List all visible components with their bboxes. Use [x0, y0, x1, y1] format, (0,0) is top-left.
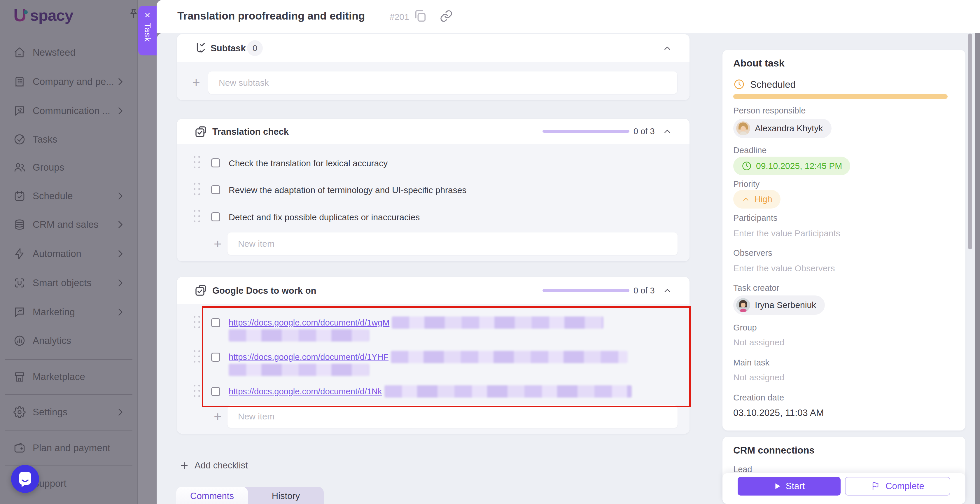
- gear-icon: [13, 406, 25, 418]
- subtask-icon: [194, 42, 207, 55]
- checklist-progress-label: 0 of 3: [633, 127, 655, 136]
- chat-smile-icon: [18, 471, 33, 487]
- deadline-chip[interactable]: 09.10.2025, 12:45 PM: [733, 157, 850, 175]
- sidebar-item-company[interactable]: Company and pe...: [0, 68, 137, 96]
- chevron-up-icon: [741, 195, 750, 204]
- sidebar-item-smart-objects[interactable]: Smart objects: [0, 269, 137, 297]
- drag-handle[interactable]: [194, 183, 201, 197]
- sidebar-item-analytics[interactable]: Analytics: [0, 327, 137, 355]
- checklist-item-label: Check the translation for lexical accura…: [229, 158, 388, 168]
- support-chat-button[interactable]: [11, 465, 39, 493]
- sidebar-item-communication[interactable]: Communication ...: [0, 97, 137, 125]
- checkbox[interactable]: [211, 185, 220, 194]
- logo-text: spacy: [30, 6, 73, 24]
- flag-icon: [871, 481, 881, 491]
- avatar: [736, 298, 750, 312]
- status-label[interactable]: Scheduled: [750, 79, 795, 90]
- sidebar-item-groups[interactable]: Groups: [0, 153, 137, 181]
- uspacy-logo[interactable]: U spacy: [13, 5, 73, 25]
- task-tab-label: Task: [143, 23, 153, 42]
- task-number: #201: [390, 12, 409, 22]
- group-label: Group: [733, 323, 757, 332]
- person-responsible-chip[interactable]: Alexandra Khytyk: [733, 119, 832, 138]
- checkbox[interactable]: [211, 158, 220, 167]
- task-tab[interactable]: × Task: [138, 6, 157, 56]
- chevron-right-icon: [115, 218, 127, 231]
- main-task-value[interactable]: Not assigned: [733, 372, 784, 382]
- status-progress-bar: [733, 94, 948, 99]
- start-button[interactable]: Start: [738, 477, 841, 496]
- drag-handle[interactable]: [194, 385, 201, 399]
- checklist-icon: [194, 124, 208, 138]
- complete-button[interactable]: Complete: [845, 477, 950, 496]
- drag-handle[interactable]: [194, 350, 201, 364]
- subtask-title: Subtask: [211, 43, 246, 54]
- task-action-footer: Start Complete: [722, 473, 966, 504]
- sidebar-item-marketing[interactable]: Marketing: [0, 298, 137, 326]
- play-icon: [773, 482, 781, 491]
- people-icon: [13, 161, 25, 173]
- sidebar-item-crm[interactable]: CRM and sales: [0, 211, 137, 238]
- chat-phone-icon: [13, 105, 25, 117]
- window-scrollbar[interactable]: [975, 33, 980, 504]
- chevron-right-icon: [115, 306, 127, 318]
- sidebar-item-settings[interactable]: Settings: [0, 398, 137, 426]
- checklist-title: Google Docs to work on: [212, 286, 317, 296]
- tab-comments[interactable]: Comments: [176, 487, 248, 504]
- logo-dot: [24, 10, 28, 14]
- observers-input[interactable]: Enter the value Observers: [733, 263, 835, 273]
- sidebar-divider: [5, 359, 132, 360]
- check-circle-icon: [13, 133, 25, 146]
- marketing-icon: [13, 306, 25, 318]
- main-task-label: Main task: [733, 358, 769, 367]
- participants-label: Participants: [733, 213, 778, 223]
- sidebar-item-plan-payment[interactable]: Plan and payment: [0, 434, 137, 462]
- page-title: Translation proofreading and editing: [177, 10, 365, 22]
- analytics-icon: [13, 334, 25, 347]
- chevron-right-icon: [115, 406, 127, 418]
- link-icon[interactable]: [439, 10, 453, 23]
- sidebar-item-tasks[interactable]: Tasks: [0, 126, 137, 153]
- subtask-card-body: + New subtask: [177, 62, 689, 100]
- drag-handle[interactable]: [194, 156, 201, 170]
- comments-history-tabbar: Comments History: [176, 487, 324, 504]
- checklist-item-label: Review the adaptation of terminology and…: [229, 185, 466, 195]
- red-highlight-box: [202, 306, 690, 407]
- new-item-input[interactable]: New item: [228, 405, 678, 428]
- drag-handle[interactable]: [194, 316, 201, 330]
- priority-chip[interactable]: High: [733, 190, 781, 208]
- participants-input[interactable]: Enter the value Participants: [733, 228, 840, 238]
- observers-label: Observers: [733, 248, 772, 258]
- chevron-up-icon[interactable]: [662, 43, 672, 53]
- copy-icon[interactable]: [413, 8, 428, 23]
- chevron-right-icon: [115, 248, 127, 260]
- add-checklist-button[interactable]: Add checklist: [180, 460, 248, 471]
- sidebar-item-automation[interactable]: Automation: [0, 240, 137, 268]
- sidebar-item-marketplace[interactable]: Marketplace: [0, 363, 137, 391]
- new-item-input[interactable]: New item: [228, 232, 678, 255]
- avatar: [736, 121, 750, 135]
- calendar-icon: [13, 190, 25, 202]
- sidebar-item-newsfeed[interactable]: Newsfeed: [0, 38, 137, 67]
- new-subtask-input[interactable]: New subtask: [208, 72, 677, 94]
- sidebar-divider: [5, 394, 132, 395]
- clock-icon: [741, 161, 752, 171]
- checklist-progress-bar: [542, 289, 629, 292]
- drag-handle[interactable]: [194, 210, 201, 224]
- chevron-right-icon: [115, 105, 127, 117]
- checkbox[interactable]: [211, 212, 220, 221]
- subtask-count-badge: 0: [247, 40, 263, 56]
- chevron-right-icon: [115, 76, 127, 88]
- chevron-up-icon[interactable]: [662, 286, 672, 296]
- panel-scrollbar-thumb[interactable]: [968, 33, 972, 250]
- deadline-label: Deadline: [733, 146, 767, 155]
- chevron-up-icon[interactable]: [662, 127, 672, 137]
- tab-history[interactable]: History: [248, 487, 324, 504]
- group-value[interactable]: Not assigned: [733, 337, 784, 347]
- task-creator-chip[interactable]: Iryna Serbeniuk: [733, 296, 825, 315]
- close-icon[interactable]: ×: [145, 10, 151, 20]
- building-icon: [13, 76, 25, 88]
- checklist-progress-label: 0 of 3: [633, 286, 655, 296]
- chevron-right-icon: [115, 277, 127, 289]
- sidebar-item-schedule[interactable]: Schedule: [0, 182, 137, 210]
